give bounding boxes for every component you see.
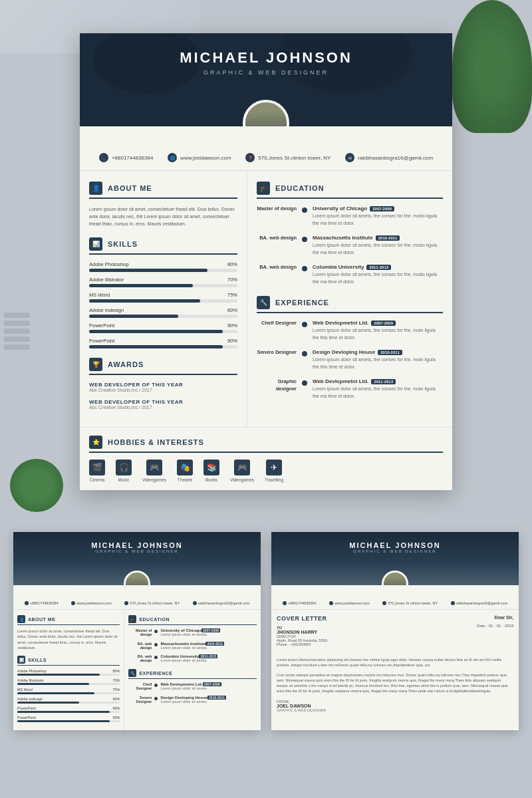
mini-edu-item: Master of design University of Chicago20…	[128, 628, 257, 638]
mini-title-left: GRAPHIC & WEB DESIGNER	[24, 549, 250, 553]
cover-title: GRAPHIC & WEB DESIGNER	[282, 549, 508, 553]
mini-edu-label: EDUCATION	[139, 617, 170, 622]
edu-dot	[302, 266, 307, 271]
contact-website: 🌐 www.joeldawson.com	[168, 153, 231, 162]
right-column: 🎓 EDUCATION Master of design University …	[247, 171, 452, 427]
edu-institution: Columbia University2011-2013	[313, 264, 443, 270]
hobby-label: Books	[205, 477, 217, 482]
mini-edu-icon: 🎓	[128, 615, 136, 623]
mini-header-left: MICHAEL JOHNSON GRAPHIC & WEB DESIGNER	[13, 532, 261, 585]
edu-institution: Massachusetts Institute2010-2011	[313, 235, 443, 241]
videogames2-icon: 🎮	[234, 460, 250, 475]
edu-item: Master of design University of Chicago20…	[257, 205, 443, 227]
cover-to-name: JHONSON HARRY	[277, 630, 328, 634]
hobbies-header: ⭐ HOBBIES & INTERESTS	[89, 436, 443, 453]
education-section-header: 🎓 EDUCATION	[257, 182, 443, 199]
exp-desc: Lorem ipsum dolor sit amets, the consec …	[313, 386, 443, 400]
hobby-label: Music	[118, 477, 130, 482]
cover-from: FROM, JOEL DAWSON GRAPHIC & WEB DESIGNER	[277, 700, 513, 712]
paperclips-decoration	[3, 313, 43, 366]
experience-section-header: 🔧 EXPERIENCE	[257, 296, 443, 313]
edu-desc: Lorem ipsum dolor sit amets, the consec …	[313, 213, 443, 227]
hobby-label: Videogames	[230, 477, 254, 482]
skill-item: Adobe Indesign60%	[89, 307, 237, 318]
email-icon: ✉	[345, 153, 354, 162]
skill-item: Adobe Photoshop80%	[89, 261, 237, 272]
phone-icon: 📞	[99, 153, 108, 162]
award-title: WEB DEVELOPER OF THIS YEAR	[89, 382, 237, 388]
address-dot	[124, 601, 128, 605]
hobby-cinema: 🎬 Cinema	[89, 460, 105, 482]
email-dot	[193, 601, 197, 605]
hobby-theatre: 🎭 Theatre	[177, 460, 193, 482]
star-icon: ⭐	[89, 436, 102, 449]
mini-skill: PowerPoint90%	[17, 706, 120, 713]
left-column: 👤 ABOUT ME Lorem ipsum dolor sit amet, c…	[80, 171, 247, 427]
award-item: WEB DEVELOPER OF THIS YEAR Abc Creative …	[89, 382, 237, 392]
hobbies-label: HOBBIES & INTERESTS	[108, 438, 204, 446]
education-icon: 🎓	[257, 182, 270, 195]
skill-name: MS Word	[89, 292, 110, 298]
wrench-icon: 🔧	[257, 296, 270, 309]
mini-email-left: rakibhasanbogra16@gamil.com	[193, 601, 250, 605]
mini-exp-label: EXPERIENCE	[139, 671, 172, 676]
exp-company: Web Devlopmetnt Ltd.2011-2013	[313, 378, 443, 384]
mini-about-label: ABOUT ME	[28, 617, 55, 622]
music-icon: 🎧	[116, 460, 132, 475]
cover-phone-dot	[283, 601, 287, 605]
cover-from-title: GRAPHIC & WEB DESIGNER	[277, 708, 513, 712]
contact-address: 📍 570,Jones St.clinton tower, NY	[245, 153, 331, 162]
mini-col-left: 👤 ABOUT ME Lorem ipsum dolor sit amet, c…	[13, 610, 124, 730]
contact-email: ✉ rakibhasanbogra16@gamil.com	[345, 153, 433, 162]
skill-percent: 90%	[227, 323, 237, 329]
mini-exp-item: Senero Designer Design Devloping House20…	[128, 696, 257, 705]
hobbies-section: ⭐ HOBBIES & INTERESTS 🎬 Cinema 🎧 Music 🎮…	[80, 427, 452, 490]
cover-body: COVER LETTER TO JHONSON HARRY DIRECTOR A…	[271, 610, 519, 718]
mini-skills-label: SKILLS	[28, 658, 47, 662]
phone-dot	[25, 601, 29, 605]
awards-label: AWARDS	[108, 360, 144, 368]
skills-label: SKILLS	[108, 240, 138, 248]
cover-name: MICHAEL JOHNSON	[282, 541, 508, 549]
mini-name-left: MICHAEL JOHNSON	[24, 541, 250, 549]
about-section-header: 👤 ABOUT ME	[89, 182, 237, 199]
exp-role: Cheif Designer	[257, 320, 297, 341]
mini-exp-header: 🔧 EXPERIENCE	[128, 669, 257, 679]
edu-dot	[302, 207, 307, 213]
location-icon: 📍	[245, 153, 255, 162]
cover-photo	[382, 571, 408, 585]
mini-contact-left: +8801744836384 www.joeldawson.com 570,Jo…	[13, 585, 261, 610]
edu-degree: BA. web design	[257, 235, 297, 256]
chart-icon: 📊	[89, 237, 102, 251]
experience-label: EXPERIENCE	[275, 299, 329, 307]
award-sub: Abc Creative Studio,Inc / 2017	[89, 405, 237, 410]
mini-person-icon: 👤	[17, 615, 25, 623]
cover-address-dot	[382, 601, 386, 605]
about-label: ABOUT ME	[108, 184, 152, 192]
mini-phone-left: +8801744836384	[25, 601, 59, 605]
cover-body1: Lorem ipsum dlamconsectetur adipiscing e…	[277, 657, 513, 668]
website-text: www.joeldawson.com	[180, 155, 231, 161]
hobby-travelling: ✈ Travelling	[265, 460, 283, 482]
awards-section-header: 🏆 AWARDS	[89, 358, 237, 375]
exp-item: Cheif Designer Web Devlopmetnt Ltd.2007-…	[257, 320, 443, 341]
cover-section-label: COVER LETTER	[277, 615, 327, 622]
edu-desc: Lorem ipsum dolor sit amets, the consec …	[313, 242, 443, 256]
skill-percent: 60%	[227, 307, 237, 313]
resume-header: MICHAEL JOHNSON GRAPHIC & WEB DESIGNER	[80, 33, 452, 126]
mini-resume-left: MICHAEL JOHNSON GRAPHIC & WEB DESIGNER +…	[13, 532, 261, 730]
edu-degree: BA. web design	[257, 264, 297, 285]
mini-skill: PowerPoint90%	[17, 716, 120, 722]
mini-skill: Adobe Photoshop80%	[17, 669, 120, 676]
cover-dear: Dear Sir,	[477, 615, 513, 620]
phone-text: +8801744836384	[112, 155, 154, 161]
mini-col-right: 🎓 EDUCATION Master of design University …	[124, 610, 261, 730]
skill-item: PowerPoint90%	[89, 323, 237, 333]
hobbies-list: 🎬 Cinema 🎧 Music 🎮 Videogames 🎭 Theatre …	[89, 460, 443, 482]
edu-desc: Lorem ipsum dolor sit amets, the consec …	[313, 271, 443, 285]
theatre-icon: 🎭	[177, 460, 193, 475]
skills-section-header: 📊 SKILLS	[89, 237, 237, 255]
header-photo	[243, 100, 289, 126]
hobby-label: Theatre	[178, 477, 192, 482]
mini-skill: Adobe Indesign60%	[17, 697, 120, 704]
